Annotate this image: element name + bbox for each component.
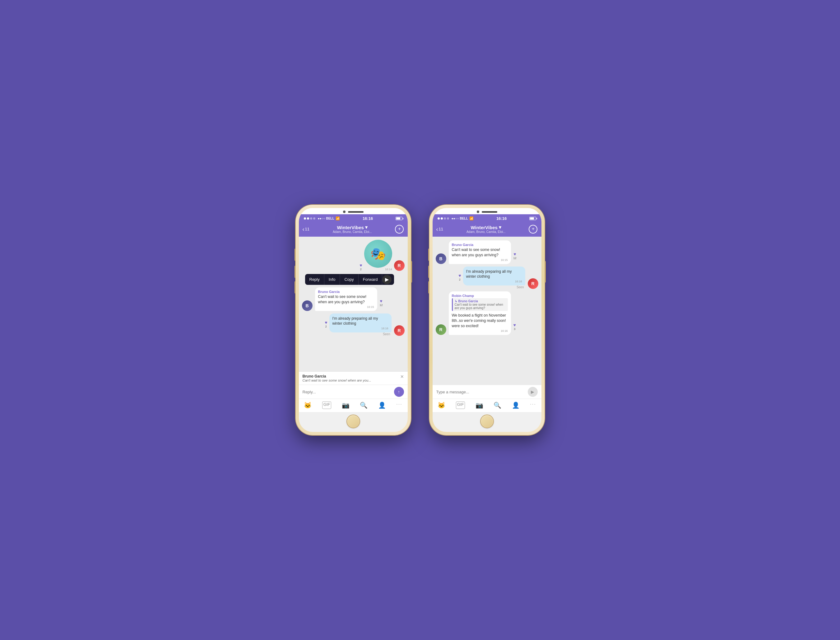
forward-menu-item[interactable]: Forward [358,274,382,285]
home-button-area-right [433,412,541,432]
sticker-message: ♥ 2 🎭 16:14 R [302,240,405,271]
contacts-button-left[interactable]: 👤 [378,402,386,409]
gif-button-left[interactable]: GIF [322,402,331,409]
r-message-text-bruno: Can't wait to see some snow! when are yo… [452,247,508,258]
add-contact-button-left[interactable]: + [395,225,404,234]
status-left-right: ●●○○ BELL 📶 [438,216,474,221]
r-message-text-robin: We booked a flight on November 8th..so w… [452,313,508,328]
title-arrow-icon: ▾ [365,224,368,230]
right-phone-inner: ●●○○ BELL 📶 16:16 ‹ 11 Wint [433,208,541,432]
emoji-button-right[interactable]: 🐱 [438,402,445,409]
phone-top-left [299,208,408,214]
play-button[interactable]: ▶ [382,275,392,284]
back-arrow-icon: ‹ [302,226,304,232]
signal-dot-1 [304,218,306,219]
home-button-area-left [299,412,408,432]
carrier-label-right: ●●○○ BELL [451,217,468,220]
gif-button-right[interactable]: GIF [456,402,465,409]
context-menu: Reply Info Copy Forward ▶ [305,274,394,285]
message-time-bruno: 16:15 [318,306,374,309]
r-message-time-bruno: 16:15 [452,258,508,262]
battery-fill-right [530,218,534,219]
input-bar-left: ↑ [299,385,408,399]
signal-dot-r3 [444,218,446,219]
r-bubble-bruno: Bruno Garcia Can't wait to see some snow… [449,240,511,264]
reply-sender-name: Bruno Garcia [302,374,371,378]
reply-box: Bruno Garcia Can't wait to see some snow… [299,371,408,385]
chat-subtitle-left: Adam, Bruno, Camiia, Eloi... [333,230,372,234]
r-seen-label: Seen [517,285,525,289]
close-reply-button[interactable]: ✕ [400,374,404,379]
r-heart-icon-robin[interactable]: ♥ [514,323,516,328]
more-button-left[interactable]: ··· [396,402,402,409]
signal-dots [304,218,315,219]
camera-button-left[interactable]: 📷 [342,402,350,409]
r-message-row-bruno: B Bruno Garcia Can't wait to see some sn… [436,240,538,264]
send-button-left[interactable]: ↑ [394,387,404,397]
search-button-right[interactable]: 🔍 [494,402,501,409]
signal-dot-r4 [447,218,449,219]
back-button-right[interactable]: ‹ 11 [436,226,443,232]
message-row-bruno: B Bruno Garcia Can't wait to see some sn… [302,287,405,311]
r-message-time-outgoing: 16:16 [466,280,522,283]
status-left: ●●○○ BELL 📶 [304,216,340,221]
r-message-text-outgoing: I'm already preparing all my winter clot… [466,269,522,280]
status-right-left [395,217,402,220]
search-button-left[interactable]: 🔍 [360,402,368,409]
heart-icon-sticker[interactable]: ♥ [360,263,362,268]
phone-top-right [433,208,541,214]
add-contact-icon-right: + [529,225,538,234]
earpiece-right [482,211,497,213]
bubble-outgoing: I'm already preparing all my winter clot… [330,314,392,333]
r-quoted-sender: ↳ Bruno Garcia [455,299,506,303]
reply-menu-item[interactable]: Reply [305,274,324,285]
message-text-outgoing: I'm already preparing all my winter clot… [333,316,389,326]
chat-area-right: B Bruno Garcia Can't wait to see some sn… [433,237,541,385]
home-button-right[interactable] [480,414,494,428]
message-time-outgoing: 16:16 [333,327,389,330]
like-count-bruno: 12 [380,304,383,307]
nav-center-right[interactable]: WinterVibes ▾ Adam, Bruno, Camiia, Eloi.… [467,224,506,234]
chat-title-left: WinterVibes ▾ [333,224,372,230]
back-arrow-icon-right: ‹ [436,226,438,232]
nav-center-left[interactable]: WinterVibes ▾ Adam, Bruno, Camiia, Eloi.… [333,224,372,234]
add-contact-icon: + [395,225,404,234]
r-heart-icon-bruno[interactable]: ♥ [514,251,516,256]
avatar-sender-sticker: R [394,260,405,271]
r-like-count-robin: 3 [514,328,515,331]
like-outgoing: ♥ 2 [325,320,327,328]
r-avatar-bruno: B [436,253,446,264]
message-input-left[interactable] [302,390,392,394]
message-input-right[interactable] [436,390,525,394]
r-message-time-robin: 16:16 [452,329,508,333]
r-like-robin: ♥ 3 [514,323,516,331]
info-menu-item[interactable]: Info [324,274,340,285]
r-like-count-bruno: 12 [514,256,517,260]
status-time-right: 16:16 [496,216,507,221]
r-sender-name-bruno: Bruno Garcia [452,243,508,246]
front-camera-right [477,211,479,213]
home-button-left[interactable] [346,414,360,428]
status-right-right [529,217,536,220]
heart-icon-bruno[interactable]: ♥ [380,299,382,304]
chat-subtitle-right: Adam, Bruno, Camiia, Eloi... [467,230,506,234]
sticker-likes: ♥ 2 [360,263,362,271]
heart-icon-outgoing[interactable]: ♥ [325,320,327,325]
send-button-right[interactable]: ▶ [528,387,538,397]
title-arrow-icon-right: ▾ [499,224,501,230]
emoji-button-left[interactable]: 🐱 [304,402,312,409]
toolbar-left: 🐱 GIF 📷 🔍 👤 ··· [299,399,408,412]
reply-preview-text: Can't wait to see some snow! when are yo… [302,378,371,382]
add-contact-button-right[interactable]: + [529,225,538,234]
r-heart-icon-outgoing[interactable]: ♥ [458,273,461,278]
reply-header: Bruno Garcia Can't wait to see some snow… [302,374,404,382]
camera-button-right[interactable]: 📷 [475,402,483,409]
signal-dot-2 [307,218,309,219]
more-button-right[interactable]: ··· [530,402,536,409]
back-button-left[interactable]: ‹ 11 [302,226,309,232]
copy-menu-item[interactable]: Copy [340,274,358,285]
front-camera-icon [343,211,346,213]
r-like-bruno: ♥ 12 [514,251,517,260]
contacts-button-right[interactable]: 👤 [512,402,520,409]
back-count-right: 11 [439,227,443,231]
